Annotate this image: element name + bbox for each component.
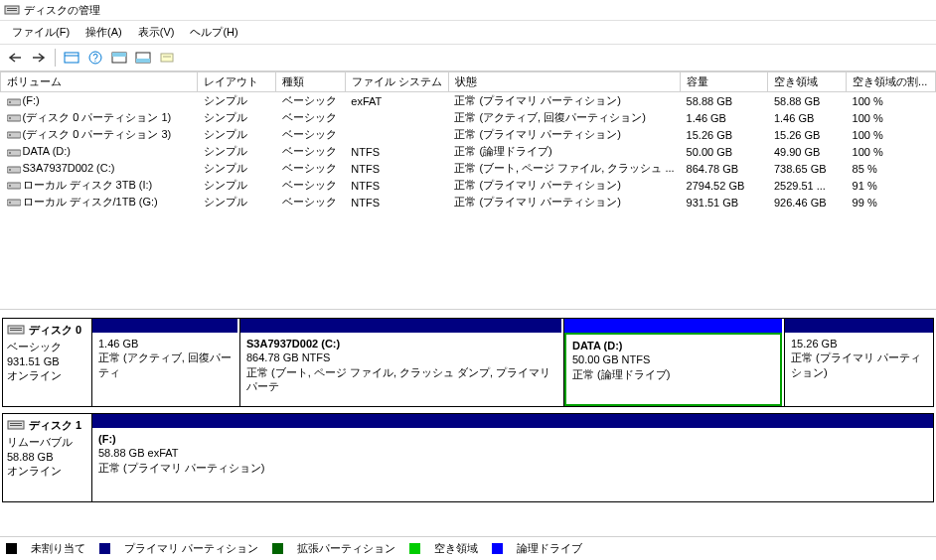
cell-status: 正常 (論理ドライブ) [448, 143, 680, 160]
cell-status: 正常 (プライマリ パーティション) [448, 194, 680, 210]
partition[interactable]: 15.26 GB正常 (プライマリ パーティション) [784, 319, 933, 406]
cell-fs: NTFS [345, 160, 448, 177]
partition[interactable]: (F:)58.88 GB exFAT正常 (プライマリ パーティション) [92, 414, 933, 501]
cell-capacity: 50.00 GB [681, 143, 768, 160]
cell-fs: NTFS [345, 177, 448, 194]
partition[interactable]: S3A7937D002 (C:)864.78 GB NTFS正常 (ブート, ペ… [239, 319, 561, 406]
legend-free-box [409, 543, 420, 554]
menu-file[interactable]: ファイル(F) [4, 23, 78, 42]
col-freepct[interactable]: 空き領域の割... [847, 72, 936, 92]
disk-icon [7, 418, 27, 435]
partition-body: 15.26 GB正常 (プライマリ パーティション) [785, 333, 933, 406]
svg-point-24 [9, 185, 11, 187]
partition-container: 1.46 GB正常 (アクティブ, 回復パーティS3A7937D002 (C:)… [92, 319, 933, 406]
svg-rect-2 [7, 10, 17, 11]
col-layout[interactable]: レイアウト [198, 72, 276, 92]
view-list-button[interactable] [61, 47, 82, 69]
svg-rect-11 [161, 54, 173, 62]
svg-rect-31 [10, 423, 22, 424]
legend-logical-label: 論理ドライブ [517, 541, 582, 556]
table-row[interactable]: ローカル ディスク/1TB (G:)シンプルベーシックNTFS正常 (プライマリ… [1, 194, 936, 210]
cell-free: 738.65 GB [768, 160, 847, 177]
cell-free: 1.46 GB [768, 109, 847, 126]
cell-layout: シンプル [198, 177, 276, 194]
menu-action[interactable]: 操作(A) [78, 23, 130, 42]
legend: 未割り当て プライマリ パーティション 拡張パーティション 空き領域 論理ドライ… [0, 536, 936, 560]
toolbar: ? [0, 45, 936, 71]
cell-capacity: 58.88 GB [681, 92, 768, 110]
svg-rect-28 [10, 328, 22, 329]
cell-pct: 91 % [847, 177, 936, 194]
help-button[interactable]: ? [84, 47, 106, 69]
svg-rect-3 [65, 53, 78, 63]
table-header-row: ボリューム レイアウト 種類 ファイル システム 状態 容量 空き領域 空き領域… [1, 72, 936, 92]
col-free[interactable]: 空き領域 [768, 72, 847, 92]
properties-button[interactable] [156, 47, 178, 69]
cell-pct: 85 % [847, 160, 936, 177]
partition-status: 正常 (プライマリ パーティション) [98, 461, 927, 475]
cell-volume: (ディスク 0 パーティション 1) [1, 109, 198, 126]
svg-rect-8 [112, 53, 126, 57]
disk-graphical-view: ディスク 0ベーシック931.51 GBオンライン1.46 GB正常 (アクティ… [0, 310, 936, 508]
cell-type: ベーシック [276, 194, 346, 210]
cell-capacity: 1.46 GB [681, 109, 768, 126]
view-top-button[interactable] [108, 47, 130, 69]
cell-type: ベーシック [276, 92, 346, 110]
col-capacity[interactable]: 容量 [681, 72, 768, 92]
disk-size: 58.88 GB [7, 450, 87, 464]
col-fs[interactable]: ファイル システム [345, 72, 448, 92]
legend-extended-label: 拡張パーティション [297, 541, 395, 556]
cell-pct: 100 % [847, 92, 936, 110]
partition[interactable]: 1.46 GB正常 (アクティブ, 回復パーティ [92, 319, 237, 406]
partition-body: 1.46 GB正常 (アクティブ, 回復パーティ [92, 333, 237, 406]
svg-text:?: ? [92, 53, 98, 64]
forward-button[interactable] [28, 47, 50, 69]
table-row[interactable]: S3A7937D002 (C:)シンプルベーシックNTFS正常 (ブート, ペー… [1, 160, 936, 177]
col-volume[interactable]: ボリューム [1, 72, 198, 92]
svg-point-18 [9, 134, 11, 136]
disk-size: 931.51 GB [7, 354, 87, 368]
cell-type: ベーシック [276, 177, 346, 194]
disk-title: ディスク 0 [29, 323, 81, 340]
cell-fs: NTFS [345, 194, 448, 210]
cell-capacity: 864.78 GB [681, 160, 768, 177]
partition-header [785, 319, 933, 333]
svg-point-14 [9, 101, 11, 103]
table-row[interactable]: ローカル ディスク 3TB (I:)シンプルベーシックNTFS正常 (プライマリ… [1, 177, 936, 194]
cell-pct: 100 % [847, 126, 936, 143]
col-status[interactable]: 状態 [448, 72, 680, 92]
menu-help[interactable]: ヘルプ(H) [182, 23, 245, 42]
view-bottom-button[interactable] [132, 47, 154, 69]
back-button[interactable] [4, 47, 26, 69]
disk-label[interactable]: ディスク 1リムーバブル58.88 GBオンライン [3, 414, 92, 501]
titlebar: ディスクの管理 [0, 0, 936, 21]
table-row[interactable]: DATA (D:)シンプルベーシックNTFS正常 (論理ドライブ)50.00 G… [1, 143, 936, 160]
partition[interactable]: DATA (D:)50.00 GB NTFS正常 (論理ドライブ) [563, 319, 782, 406]
svg-point-16 [9, 117, 11, 119]
partition-status: 正常 (プライマリ パーティション) [791, 350, 927, 379]
disk-row: ディスク 1リムーバブル58.88 GBオンライン(F:)58.88 GB ex… [2, 413, 934, 502]
table-row[interactable]: (ディスク 0 パーティション 1)シンプルベーシック正常 (アクティブ, 回復… [1, 109, 936, 126]
svg-point-22 [9, 169, 11, 171]
toolbar-separator [55, 49, 56, 67]
legend-unallocated-box [6, 543, 17, 554]
table-row[interactable]: (F:)シンプルベーシックexFAT正常 (プライマリ パーティション)58.8… [1, 92, 936, 110]
col-type[interactable]: 種類 [276, 72, 346, 92]
disk-type: リムーバブル [7, 435, 87, 449]
svg-rect-29 [10, 330, 22, 331]
cell-layout: シンプル [198, 194, 276, 210]
table-row[interactable]: (ディスク 0 パーティション 3)シンプルベーシック正常 (プライマリ パーテ… [1, 126, 936, 143]
menu-view[interactable]: 表示(V) [130, 23, 183, 42]
legend-unallocated-label: 未割り当て [31, 541, 85, 556]
disk-status: オンライン [7, 464, 87, 478]
partition-name: (F:) [98, 432, 927, 446]
partition-details: 15.26 GB [791, 337, 927, 350]
disk-row: ディスク 0ベーシック931.51 GBオンライン1.46 GB正常 (アクティ… [2, 318, 934, 407]
cell-type: ベーシック [276, 126, 346, 143]
cell-status: 正常 (ブート, ページ ファイル, クラッシュ ... [448, 160, 680, 177]
cell-type: ベーシック [276, 109, 346, 126]
partition-body: DATA (D:)50.00 GB NTFS正常 (論理ドライブ) [564, 333, 782, 406]
cell-fs [345, 126, 448, 143]
disk-label[interactable]: ディスク 0ベーシック931.51 GBオンライン [3, 319, 92, 406]
partition-name: S3A7937D002 (C:) [246, 337, 555, 350]
